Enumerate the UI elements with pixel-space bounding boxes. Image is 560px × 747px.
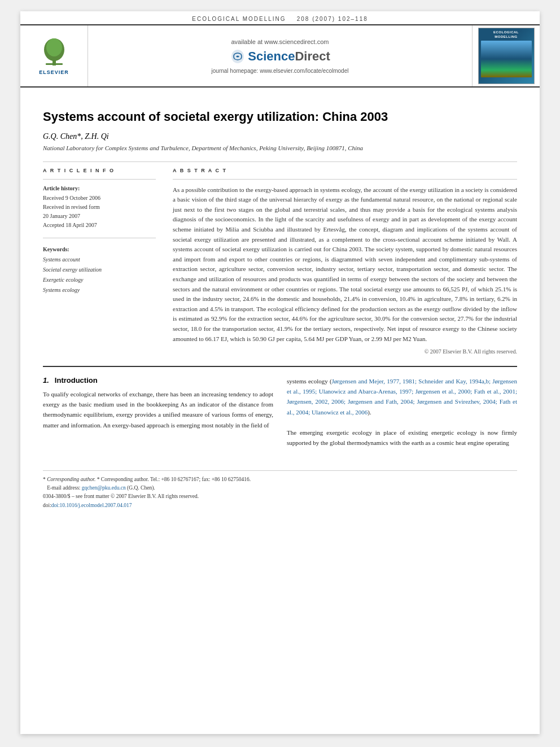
corresponding-contact: * Corresponding author. Tel.: +86 10 627…: [97, 477, 251, 482]
sciencedirect-text: ScienceDirect: [248, 49, 330, 64]
section-number: 1.: [43, 376, 49, 385]
footnote-license: 0304-3800/$ – see front matter © 2007 El…: [43, 492, 517, 501]
keyword-1: Systems account: [43, 255, 156, 265]
introduction-section: 1. Introduction To qualify ecological ne…: [43, 376, 517, 448]
svg-point-2: [46, 38, 62, 56]
intro-left-col: 1. Introduction To qualify ecological ne…: [43, 376, 273, 448]
header-strip: ELSEVIER available at www.sciencedirect.…: [20, 24, 540, 88]
revised-date: 20 January 2007: [43, 212, 156, 221]
journal-homepage: journal homepage: www.elsevier.com/locat…: [212, 68, 349, 74]
journal-volume: 208 (2007) 102–118: [297, 16, 368, 22]
content-area: Systems account of societal exergy utili…: [20, 88, 540, 459]
intro-body-right-1: systems ecology (Jørgensen and Mejer, 19…: [287, 376, 517, 417]
elsevier-logo: ELSEVIER: [37, 37, 71, 75]
section-divider: [43, 366, 517, 367]
article-title: Systems account of societal exergy utili…: [43, 109, 517, 125]
footnote-doi: doi:doi:10.1016/j.ecolmodel.2007.04.017: [43, 501, 517, 510]
article-info-label: A R T I C L E I N F O: [43, 168, 156, 173]
corresponding-label: Corresponding author.: [47, 477, 95, 482]
keyword-2: Societal exergy utilization: [43, 265, 156, 275]
intro-right-col: systems ecology (Jørgensen and Mejer, 19…: [287, 376, 517, 448]
email-name: (G.Q. Chen).: [127, 485, 155, 491]
history-label: Article history:: [43, 185, 156, 191]
svg-rect-3: [46, 63, 63, 65]
journal-header: ECOLOGICAL MODELLING 208 (2007) 102–118: [20, 11, 540, 24]
keyword-3: Exergetic ecology: [43, 275, 156, 285]
divider-abstract: [173, 179, 517, 180]
journal-cover-section: ECOLOGICALMODELLING: [472, 25, 540, 86]
sd-icon: [230, 49, 246, 64]
article-page: ECOLOGICAL MODELLING 208 (2007) 102–118 …: [20, 11, 540, 734]
article-info-col: A R T I C L E I N F O Article history: R…: [43, 168, 156, 355]
cover-title: ECOLOGICALMODELLING: [493, 30, 519, 40]
available-text: available at www.sciencedirect.com: [231, 38, 329, 45]
intro-right-text-1: systems ecology (: [287, 378, 332, 385]
doi-link[interactable]: doi:10.1016/j.ecolmodel.2007.04.017: [51, 503, 132, 508]
copyright: © 2007 Elsevier B.V. All rights reserved…: [173, 348, 517, 355]
divider-info: [43, 179, 156, 180]
abstract-col: A B S T R A C T As a possible contributi…: [173, 168, 517, 355]
authors-text: G.Q. Chen*, Z.H. Qi: [43, 132, 109, 141]
keywords-section: Keywords: Systems account Societal exerg…: [43, 246, 156, 295]
elsevier-logo-section: ELSEVIER: [20, 25, 88, 86]
footnote-corresponding: * Corresponding author. * Corresponding …: [43, 475, 517, 484]
footer: * Corresponding author. * Corresponding …: [43, 470, 517, 519]
email-label: E-mail address:: [43, 485, 82, 491]
intro-body-right-2: The emerging exergetic ecology in place …: [287, 427, 517, 448]
divider-kw: [43, 238, 156, 238]
elsevier-tree-icon: [37, 37, 71, 68]
email-link[interactable]: gqchen@pku.edu.cn: [82, 485, 126, 491]
article-info-abstract: A R T I C L E I N F O Article history: R…: [43, 168, 517, 355]
keywords-label: Keywords:: [43, 246, 156, 252]
revised-label: Received in revised form: [43, 203, 156, 212]
footnote-email: E-mail address: gqchen@pku.edu.cn (G.Q. …: [43, 484, 517, 492]
intro-body-left: To qualify ecological networks of exchan…: [43, 389, 273, 430]
elsevier-label: ELSEVIER: [39, 69, 69, 75]
abstract-text: As a possible contribution to the exergy…: [173, 185, 517, 344]
received-date: Received 9 October 2006: [43, 194, 156, 203]
sciencedirect-logo: ScienceDirect: [230, 49, 330, 64]
intro-right-text-close: ).: [368, 409, 371, 416]
doi-label: doi:: [43, 503, 51, 508]
keyword-4: Systems ecology: [43, 285, 156, 295]
cover-image: [481, 41, 532, 77]
header-center: available at www.sciencedirect.com Scien…: [88, 25, 472, 86]
journal-name: ECOLOGICAL MODELLING: [192, 16, 286, 22]
divider-1: [43, 161, 517, 162]
section-heading: 1. Introduction: [43, 376, 273, 385]
authors: G.Q. Chen*, Z.H. Qi: [43, 132, 517, 141]
abstract-label: A B S T R A C T: [173, 168, 517, 173]
journal-cover: ECOLOGICALMODELLING: [478, 28, 535, 84]
accepted-date: Accepted 18 April 2007: [43, 221, 156, 230]
affiliation: National Laboratory for Complex Systems …: [43, 145, 517, 151]
section-title: Introduction: [55, 376, 98, 385]
